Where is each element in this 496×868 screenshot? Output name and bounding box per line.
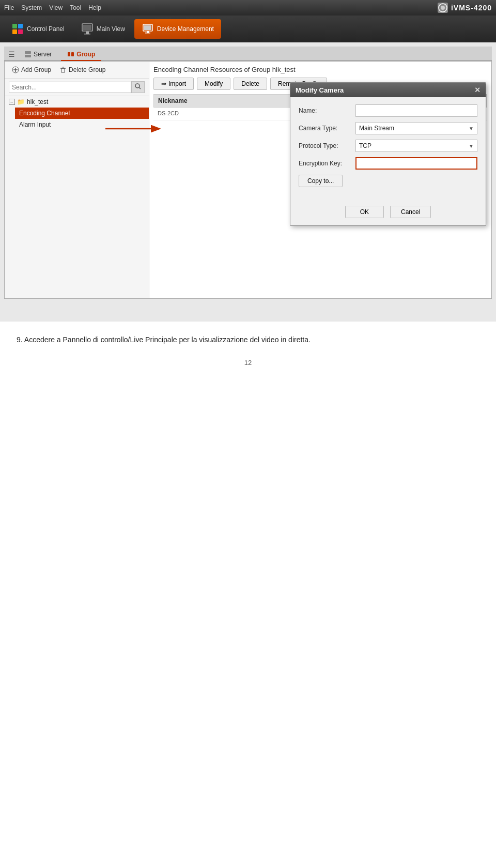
- menu-tool[interactable]: Tool: [70, 4, 81, 11]
- left-panel-actions: Add Group Delete Group: [5, 62, 149, 79]
- protocol-type-arrow: ▼: [469, 143, 474, 149]
- copy-to-button[interactable]: Copy to...: [299, 175, 343, 187]
- protocol-type-value: TCP: [359, 142, 371, 149]
- tree-encoding-channel[interactable]: Encoding Channel: [15, 108, 149, 119]
- alarm-input-label: Alarm Input: [19, 121, 51, 128]
- group-icon: [67, 51, 74, 58]
- modal-close-button[interactable]: ✕: [474, 86, 481, 94]
- encoding-channel-label: Encoding Channel: [19, 110, 70, 117]
- svg-point-1: [441, 6, 445, 10]
- copy-row: Copy to...: [299, 175, 477, 187]
- svg-rect-4: [12, 29, 17, 34]
- folder-icon: 📁: [17, 98, 25, 105]
- protocol-type-label: Protocol Type:: [299, 142, 355, 149]
- svg-rect-2: [12, 24, 17, 28]
- menu-help[interactable]: Help: [88, 4, 101, 11]
- top-menu-bar: File System View Tool Help iVMS-4200: [0, 0, 496, 16]
- svg-line-24: [139, 87, 141, 89]
- control-panel-label: Control Panel: [27, 25, 65, 33]
- menu-file[interactable]: File: [4, 4, 14, 11]
- import-button[interactable]: ⇒ Import: [153, 78, 194, 90]
- add-group-label: Add Group: [21, 66, 51, 73]
- right-panel-title: Encoding Channel Resources of Group hik_…: [153, 66, 487, 73]
- modal-title: Modify Camera: [296, 86, 344, 94]
- note-number: 9.: [17, 336, 23, 344]
- svg-rect-16: [68, 52, 70, 56]
- ok-button[interactable]: OK: [345, 206, 384, 218]
- tree-alarm-input[interactable]: Alarm Input: [15, 119, 149, 130]
- sub-tabs: ☰ Server Group: [4, 47, 492, 61]
- tab-server[interactable]: Server: [18, 49, 58, 60]
- import-icon: ⇒: [161, 80, 166, 87]
- camera-type-select[interactable]: Main Stream ▼: [355, 122, 477, 134]
- camera-type-value: Main Stream: [359, 125, 394, 132]
- name-row: Name:: [299, 104, 477, 117]
- protocol-type-select[interactable]: TCP ▼: [355, 140, 477, 152]
- delete-button[interactable]: Delete: [234, 78, 267, 90]
- toolbar-device-management[interactable]: Device Management: [134, 19, 221, 39]
- encryption-key-label: Encryption Key:: [299, 160, 355, 167]
- svg-rect-8: [86, 32, 89, 34]
- svg-rect-15: [25, 55, 31, 57]
- toolbar-control-panel[interactable]: Control Panel: [4, 19, 72, 39]
- svg-rect-12: [147, 31, 149, 33]
- menu-system[interactable]: System: [21, 4, 42, 11]
- menu-bar: File System View Tool Help: [4, 4, 101, 11]
- control-panel-icon: [11, 23, 24, 35]
- name-input[interactable]: [355, 104, 477, 117]
- tree-root-label: hik_test: [27, 98, 48, 105]
- main-view-label: Main View: [97, 25, 125, 33]
- encryption-key-input[interactable]: [355, 157, 477, 170]
- protocol-type-row: Protocol Type: TCP ▼: [299, 140, 477, 152]
- svg-point-23: [135, 84, 140, 88]
- search-icon: [135, 83, 141, 89]
- svg-rect-13: [145, 33, 150, 34]
- menu-view[interactable]: View: [49, 4, 63, 11]
- toolbar: Control Panel Main View Device Managemen…: [0, 16, 496, 42]
- modal-footer: OK Cancel: [290, 201, 486, 225]
- device-management-label: Device Management: [157, 25, 214, 33]
- delete-group-label: Delete Group: [69, 66, 105, 73]
- search-button[interactable]: [131, 81, 145, 93]
- server-icon: [24, 51, 32, 58]
- svg-rect-17: [71, 52, 74, 56]
- hamburger-icon: ☰: [8, 50, 15, 58]
- delete-group-icon: [59, 66, 67, 73]
- svg-rect-14: [25, 51, 31, 54]
- svg-rect-7: [83, 25, 91, 30]
- search-row: [5, 79, 149, 96]
- name-label: Name:: [299, 107, 355, 114]
- main-view-icon: [81, 23, 94, 35]
- encryption-key-row: Encryption Key:: [299, 157, 477, 170]
- tab-group[interactable]: Group: [61, 49, 101, 61]
- right-panel: Encoding Channel Resources of Group hik_…: [149, 62, 491, 298]
- device-management-icon: [142, 23, 154, 35]
- search-input[interactable]: [9, 82, 131, 93]
- svg-rect-11: [144, 25, 151, 30]
- page-number: 12: [0, 354, 496, 372]
- app-title: iVMS-4200: [438, 3, 492, 13]
- tree-root[interactable]: − 📁 hik_test: [5, 96, 149, 108]
- tree-children: Encoding Channel Alarm Input: [5, 108, 149, 130]
- modal-header: Modify Camera ✕: [290, 83, 486, 97]
- page-note: 9. Accedere a Pannello di controllo/Live…: [0, 322, 496, 354]
- camera-type-arrow: ▼: [469, 126, 474, 131]
- delete-group-button[interactable]: Delete Group: [56, 65, 109, 75]
- camera-type-label: Camera Type:: [299, 125, 355, 132]
- app-icon: [438, 3, 448, 13]
- modify-button[interactable]: Modify: [197, 78, 230, 90]
- left-panel: Add Group Delete Group − 📁 hik_test: [5, 62, 149, 298]
- cancel-button[interactable]: Cancel: [390, 206, 431, 218]
- modify-camera-modal: Modify Camera ✕ Name: Camera Type: Main …: [290, 82, 486, 226]
- svg-rect-5: [18, 29, 23, 34]
- toolbar-main-view[interactable]: Main View: [74, 19, 132, 39]
- svg-rect-9: [84, 34, 90, 35]
- svg-rect-21: [61, 68, 65, 72]
- main-layout: Add Group Delete Group − 📁 hik_test: [4, 61, 492, 299]
- app-content: ☰ Server Group Add Group Delete Group: [0, 42, 496, 322]
- add-group-icon: [12, 66, 19, 73]
- add-group-button[interactable]: Add Group: [9, 65, 54, 75]
- svg-rect-3: [18, 24, 23, 28]
- tree-expand-icon: −: [9, 99, 15, 105]
- camera-type-row: Camera Type: Main Stream ▼: [299, 122, 477, 134]
